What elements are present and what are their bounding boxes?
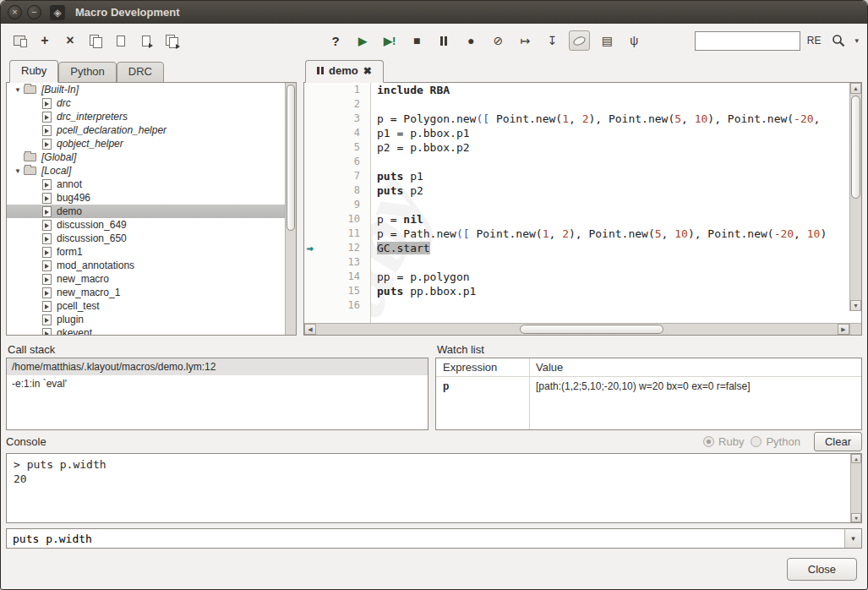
gutter-line[interactable]: →12 bbox=[304, 241, 370, 255]
help-icon[interactable]: ? bbox=[325, 30, 346, 51]
tree-scrollbar[interactable] bbox=[285, 83, 296, 335]
editor-line[interactable] bbox=[377, 97, 861, 112]
tree-item-discussion-650[interactable]: discussion_650 bbox=[7, 232, 296, 245]
close-tab-icon[interactable]: ✖ bbox=[363, 66, 372, 76]
tree-item-form1[interactable]: form1 bbox=[7, 245, 296, 259]
step-into-icon[interactable]: ↧ bbox=[542, 30, 562, 51]
rename-icon[interactable] bbox=[85, 30, 106, 51]
gutter-line[interactable]: 3 bbox=[304, 112, 370, 126]
run-icon[interactable]: ▶ bbox=[352, 30, 373, 51]
gutter-line[interactable]: 13 bbox=[304, 255, 370, 270]
editor-line[interactable]: pp = p.polygon bbox=[377, 270, 861, 284]
gutter-line[interactable]: 2 bbox=[304, 97, 370, 112]
scroll-left-icon[interactable]: ◀ bbox=[304, 324, 316, 335]
tree-item-pcell-declaration-helper[interactable]: pcell_declaration_helper bbox=[7, 123, 296, 137]
tree-item-bug496[interactable]: bug496 bbox=[7, 191, 296, 205]
editor-line[interactable]: p2 = p.bbox.p2 bbox=[377, 140, 861, 155]
editor-line[interactable]: GC.start bbox=[377, 241, 861, 255]
watch-column-header[interactable]: Expression bbox=[436, 358, 529, 376]
code-area[interactable]: include RBA p = Polygon.new([ Point.new(… bbox=[371, 83, 861, 323]
gutter-line[interactable]: 7 bbox=[304, 169, 370, 183]
tree-item-pcell-test[interactable]: pcell_test bbox=[7, 299, 296, 313]
gutter-line[interactable]: 11 bbox=[304, 227, 370, 241]
editor-line[interactable]: puts p2 bbox=[377, 183, 861, 198]
editor-line[interactable]: p = Path.new([ Point.new(1, 2), Point.ne… bbox=[377, 227, 861, 241]
editor-vscrollbar-thumb[interactable] bbox=[851, 96, 860, 199]
tree-item-drc-interpreters[interactable]: drc_interpreters bbox=[7, 110, 296, 123]
tab-python[interactable]: Python bbox=[58, 62, 116, 83]
add-icon[interactable]: + bbox=[35, 30, 55, 51]
tree-item-qobject-helper[interactable]: qobject_helper bbox=[7, 137, 296, 150]
radio-python[interactable]: Python bbox=[751, 435, 800, 448]
line-number-gutter[interactable]: 1234567891011→1213141516 bbox=[304, 83, 371, 323]
run-from-current-icon[interactable]: ▶! bbox=[379, 30, 400, 51]
close-button[interactable]: Close bbox=[787, 558, 857, 581]
scroll-right-icon[interactable]: ▶ bbox=[838, 324, 849, 335]
gutter-line[interactable]: 8 bbox=[304, 183, 370, 198]
search-icon[interactable] bbox=[827, 30, 849, 51]
call-stack-frame[interactable]: -e:1:in `eval' bbox=[7, 375, 428, 392]
tree-item-local[interactable]: ▼[Local] bbox=[7, 164, 296, 178]
watch-row[interactable]: p[path:(1,2;5,10;-20,10) w=20 bx=0 ex=0 … bbox=[436, 377, 861, 396]
import-icon[interactable] bbox=[136, 30, 156, 51]
gutter-line[interactable]: 6 bbox=[304, 155, 370, 169]
editor-line[interactable]: include RBA bbox=[377, 83, 861, 97]
tab-ruby[interactable]: Ruby bbox=[9, 60, 58, 83]
console-input[interactable] bbox=[7, 529, 844, 548]
gutter-line[interactable]: 16 bbox=[304, 298, 370, 313]
tree-item-mod-annotations[interactable]: mod_annotations bbox=[7, 259, 296, 272]
tree-item-new-macro-1[interactable]: new_macro_1 bbox=[7, 286, 296, 299]
tree-item-global[interactable]: [Global] bbox=[7, 150, 296, 164]
console-scroll-down-icon[interactable]: ▼ bbox=[851, 513, 861, 522]
editor-line[interactable] bbox=[377, 298, 861, 313]
save-all-icon[interactable] bbox=[161, 30, 182, 51]
editor-line[interactable]: puts p1 bbox=[377, 169, 861, 183]
clear-breakpoints-icon[interactable]: ⊘ bbox=[488, 30, 508, 51]
tree-item-built-in[interactable]: ▼[Built-In] bbox=[7, 83, 296, 96]
gutter-line[interactable]: 9 bbox=[304, 198, 370, 212]
tree-item-plugin[interactable]: plugin bbox=[7, 313, 296, 326]
minimize-window-icon[interactable]: − bbox=[27, 5, 41, 19]
new-macro-icon[interactable] bbox=[9, 30, 30, 51]
close-window-icon[interactable]: × bbox=[8, 5, 22, 19]
search-input[interactable] bbox=[695, 31, 800, 51]
gutter-line[interactable]: 5 bbox=[304, 140, 370, 155]
new-file-icon[interactable] bbox=[111, 30, 131, 51]
watch-column-header[interactable]: Value bbox=[529, 358, 861, 376]
radio-ruby[interactable]: Ruby bbox=[703, 435, 744, 448]
regex-toggle[interactable]: RE bbox=[807, 35, 822, 46]
gutter-line[interactable]: 10 bbox=[304, 212, 370, 227]
clear-console-button[interactable]: Clear bbox=[814, 432, 862, 451]
properties-icon[interactable]: ▤ bbox=[597, 30, 617, 51]
setup-icon[interactable]: ψ bbox=[624, 30, 644, 51]
breakpoint-icon[interactable]: ● bbox=[461, 30, 481, 51]
tree-scrollbar-thumb[interactable] bbox=[287, 85, 295, 231]
editor-line[interactable]: p = nil bbox=[377, 212, 861, 227]
tab-drc[interactable]: DRC bbox=[117, 62, 164, 83]
stop-icon[interactable]: ■ bbox=[407, 30, 427, 51]
tree-item-demo[interactable]: demo bbox=[7, 205, 296, 218]
editor-line[interactable] bbox=[377, 198, 861, 212]
tree-item-discussion-649[interactable]: discussion_649 bbox=[7, 218, 296, 232]
editor-line[interactable]: puts pp.bbox.p1 bbox=[377, 284, 861, 298]
expander-icon[interactable]: ▼ bbox=[12, 86, 24, 94]
tree-item-drc[interactable]: drc bbox=[7, 96, 296, 110]
editor-hscrollbar[interactable]: ◀ ▶ bbox=[304, 323, 861, 335]
history-dropdown-icon[interactable]: ▾ bbox=[844, 529, 861, 548]
editor-hscrollbar-thumb[interactable] bbox=[520, 325, 663, 334]
editor-line[interactable] bbox=[377, 155, 861, 169]
console-scroll-up-icon[interactable]: ▲ bbox=[851, 454, 861, 463]
expander-icon[interactable]: ▼ bbox=[12, 167, 24, 175]
scroll-down-icon[interactable]: ▼ bbox=[850, 300, 861, 311]
scroll-up-icon[interactable]: ▲ bbox=[850, 83, 861, 94]
watch-column-divider[interactable] bbox=[529, 358, 530, 429]
tree-item-new-macro[interactable]: new_macro bbox=[7, 272, 296, 286]
console-output[interactable]: > puts p.width20 ▲ ▼ bbox=[6, 453, 862, 523]
tree-item-qkevent[interactable]: qkevent bbox=[7, 326, 296, 336]
pause-icon[interactable] bbox=[434, 30, 454, 51]
call-stack-frame[interactable]: /home/matthias/.klayout/macros/demo.lym:… bbox=[7, 358, 428, 375]
editor-line[interactable]: p = Polygon.new([ Point.new(1, 2), Point… bbox=[377, 112, 861, 126]
console-scrollbar[interactable]: ▲ ▼ bbox=[850, 454, 861, 522]
delete-icon[interactable]: × bbox=[60, 30, 80, 51]
editor-line[interactable]: p1 = p.bbox.p1 bbox=[377, 126, 861, 140]
